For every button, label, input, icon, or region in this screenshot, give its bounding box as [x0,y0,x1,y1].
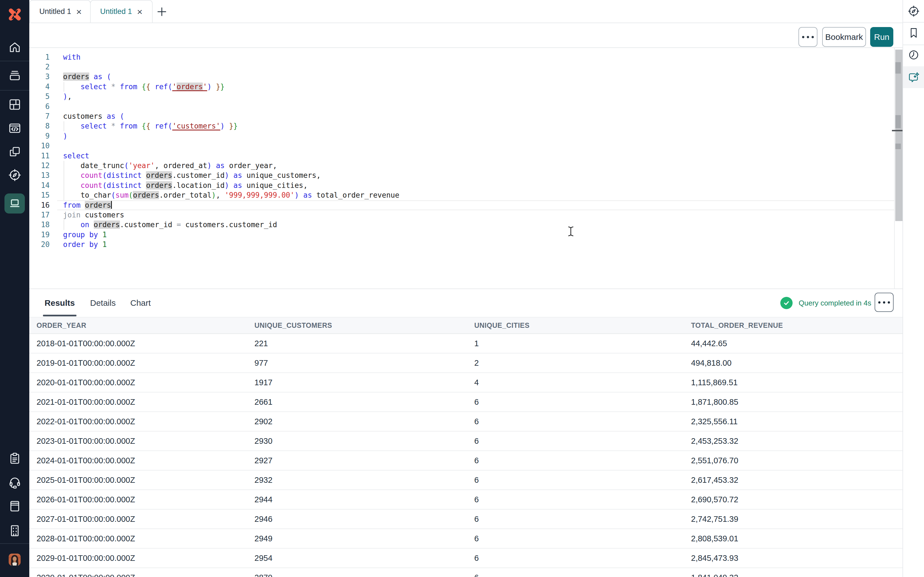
tab-untitled-1-active[interactable]: Untitled 1 × [90,0,153,23]
code-line[interactable]: count(distinct orders.location_id) as un… [63,181,308,190]
results-more-button[interactable] [875,293,893,312]
table-cell: 2949 [254,534,474,543]
column-header[interactable]: UNIQUE_CUSTOMERS [254,321,474,329]
sidebar-item-ide-active[interactable] [5,193,25,214]
column-header[interactable]: ORDER_YEAR [29,321,254,329]
table-row[interactable]: 2025-01-01T00:00:00.000Z293262,617,453.3… [29,471,903,490]
home-icon[interactable] [0,41,29,54]
code-line[interactable]: date_trunc('year', ordered_at) as order_… [63,161,277,171]
code-line[interactable]: on orders.customer_id = customers.custom… [63,220,277,230]
table-row[interactable]: 2026-01-01T00:00:00.000Z294462,690,570.7… [29,490,903,509]
table-cell: 2927 [254,456,474,465]
indent-guide [64,220,64,230]
dashboard-grid-icon[interactable] [0,98,29,111]
archive-icon[interactable] [0,69,29,82]
ai-chat-sparkle-icon[interactable] [903,71,924,84]
table-cell: 2020-01-01T00:00:00.000Z [29,378,254,387]
table-cell: 2944 [254,495,474,504]
code-line[interactable]: customers as ( [63,111,124,121]
results-table-header: ORDER_YEAR UNIQUE_CUSTOMERS UNIQUE_CITIE… [29,317,903,334]
table-cell: 2,325,556.11 [691,417,903,426]
tab-chart[interactable]: Chart [126,289,155,317]
headset-icon[interactable] [0,475,29,489]
line-number: 20 [29,240,50,250]
table-row[interactable]: 2028-01-01T00:00:00.000Z294962,808,539.0… [29,529,903,548]
table-cell: 2025-01-01T00:00:00.000Z [29,475,254,485]
code-window-icon[interactable] [0,121,29,135]
tab-label: Untitled 1 [100,7,132,16]
table-row[interactable]: 2021-01-01T00:00:00.000Z266161,871,800.8… [29,392,903,412]
indent-guide [64,190,64,200]
table-row[interactable]: 2019-01-01T00:00:00.000Z9772494,818.00 [29,353,903,373]
run-button[interactable]: Run [870,27,893,47]
line-number: 15 [29,190,50,200]
notebook-icon[interactable] [0,500,29,513]
text-caret [111,201,112,209]
tab-untitled-1[interactable]: Untitled 1 × [29,0,90,23]
clipboard-icon[interactable] [0,452,29,465]
table-cell: 6 [474,534,691,543]
code-line[interactable]: from orders [63,200,112,210]
code-line[interactable]: select * from {{ ref('customers') }} [63,121,238,131]
code-line[interactable]: ) [63,131,68,141]
paradime-logo-icon[interactable] [0,7,29,22]
column-header[interactable]: UNIQUE_CITIES [474,321,691,329]
code-line[interactable]: count(distinct orders.customer_id) as un… [63,171,321,181]
building-icon[interactable] [0,524,29,537]
code-line[interactable]: with [63,52,81,62]
table-row[interactable]: 2024-01-01T00:00:00.000Z292762,551,076.7… [29,451,903,471]
indent-guide [64,121,64,131]
editor-tabbar: Untitled 1 × Untitled 1 × [29,0,903,23]
avatar[interactable] [9,554,21,566]
tab-details[interactable]: Details [86,289,121,317]
table-cell: 2879 [254,573,474,577]
compass-icon[interactable] [0,168,29,182]
table-cell: 2,617,453.32 [691,475,903,485]
rail-divider [903,22,924,23]
history-clock-icon[interactable] [903,48,924,61]
indent-guide [64,161,64,171]
table-cell: 6 [474,475,691,485]
column-header[interactable]: TOTAL_ORDER_REVENUE [691,321,903,329]
scrollbar-thumb[interactable] [895,50,903,221]
table-cell: 6 [474,456,691,465]
code-line[interactable]: join customers [63,210,124,220]
tab-close-icon[interactable]: × [137,7,142,16]
sql-editor[interactable]: 1234567891011121314151617181920 withorde… [29,48,903,288]
table-row[interactable]: 2018-01-01T00:00:00.000Z221144,442.65 [29,334,903,353]
table-cell: 2930 [254,437,474,446]
code-line[interactable]: select * from {{ ref('orders') }} [63,82,225,92]
table-cell: 494,818.00 [691,358,903,367]
table-cell: 2946 [254,514,474,524]
bookmark-button[interactable]: Bookmark [822,27,866,47]
code-line[interactable]: group by 1 [63,230,107,240]
table-row[interactable]: 2023-01-01T00:00:00.000Z293062,453,253.3… [29,432,903,451]
active-tab-underline [43,315,76,316]
bookmarks-icon[interactable] [903,26,924,40]
code-line[interactable]: to_char(sum(orders.order_total), '999,99… [63,190,399,200]
line-number: 19 [29,230,50,240]
discover-compass-icon[interactable] [903,5,924,18]
table-cell: 6 [474,495,691,504]
code-line[interactable]: select [63,151,89,161]
tab-details-label: Details [90,298,116,308]
code-line[interactable]: orders as ( [63,72,111,82]
add-tab-button[interactable] [155,5,168,18]
copy-icon[interactable] [0,145,29,159]
table-cell: 221 [254,339,474,348]
table-row[interactable]: 2029-01-01T00:00:00.000Z295462,845,473.9… [29,548,903,568]
table-cell: 2030-01-01T00:00:00.000Z [29,573,254,577]
table-cell: 1,841,049.32 [691,573,903,577]
table-row[interactable]: 2030-01-01T00:00:00.000Z287961,841,049.3… [29,568,903,577]
table-row[interactable]: 2027-01-01T00:00:00.000Z294662,742,751.3… [29,509,903,529]
editor-scrollbar[interactable] [894,48,903,288]
table-row[interactable]: 2022-01-01T00:00:00.000Z290262,325,556.1… [29,412,903,432]
tab-results[interactable]: Results [43,289,76,317]
table-cell: 977 [254,358,474,367]
code-line[interactable]: ), [63,92,72,102]
editor-more-button[interactable] [798,27,817,47]
table-cell: 1917 [254,378,474,387]
code-line[interactable]: order by 1 [63,240,107,250]
table-row[interactable]: 2020-01-01T00:00:00.000Z191741,115,869.5… [29,373,903,392]
tab-close-icon[interactable]: × [76,7,82,16]
